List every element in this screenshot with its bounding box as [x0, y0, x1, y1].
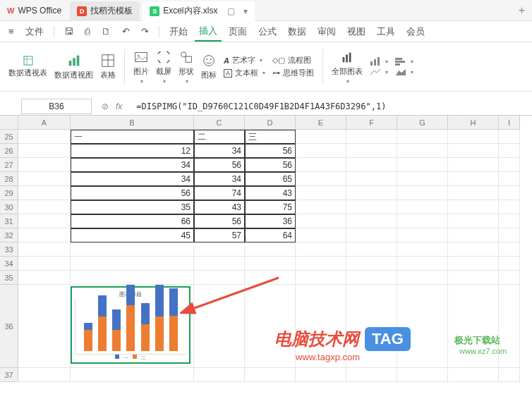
cell[interactable] — [296, 172, 346, 186]
preview-icon[interactable]: 🗋 — [97, 23, 115, 39]
column-chart-button[interactable] — [395, 57, 413, 66]
flowchart-button[interactable]: ◇▢流程图 — [272, 55, 314, 66]
row-header[interactable]: 31 — [0, 214, 18, 228]
cell[interactable] — [18, 368, 71, 382]
cell[interactable] — [18, 130, 71, 144]
undo-icon[interactable]: ↶ — [118, 23, 134, 39]
menu-file[interactable]: 文件 — [21, 23, 48, 41]
menu-data[interactable]: 数据 — [284, 23, 310, 41]
cell[interactable] — [296, 368, 346, 382]
cell[interactable]: 34 — [71, 172, 194, 186]
col-header[interactable]: D — [245, 116, 296, 130]
cell[interactable]: 75 — [245, 200, 296, 214]
cell[interactable] — [346, 186, 397, 200]
menu-formula[interactable]: 公式 — [254, 23, 281, 41]
cell[interactable] — [71, 271, 194, 285]
cell[interactable] — [194, 243, 245, 257]
cell[interactable] — [397, 257, 448, 271]
formula-input[interactable]: =DISPIMG("ID_D9760C121C0D49F1B2D4F1A43F6… — [132, 102, 532, 111]
cell[interactable] — [296, 214, 346, 228]
cell[interactable] — [499, 130, 520, 144]
cell[interactable]: 56 — [71, 186, 194, 200]
cell[interactable]: 34 — [194, 172, 245, 186]
menu-insert[interactable]: 插入 — [195, 22, 222, 42]
cell[interactable] — [397, 158, 448, 172]
cell[interactable] — [18, 186, 71, 200]
row-header[interactable]: 27 — [0, 158, 18, 172]
cell[interactable] — [194, 285, 245, 368]
picture-button[interactable]: 图片 — [131, 48, 152, 86]
cell[interactable]: 64 — [245, 228, 296, 243]
col-header[interactable]: F — [346, 116, 397, 130]
cell[interactable] — [397, 285, 448, 368]
cell[interactable] — [499, 257, 520, 271]
cell[interactable] — [296, 257, 346, 271]
tab-minimize-icon[interactable]: ▢ — [227, 6, 235, 16]
row-header[interactable]: 37 — [0, 368, 18, 382]
cell[interactable] — [448, 228, 499, 243]
cell[interactable]: 35 — [71, 200, 194, 214]
cell[interactable] — [296, 144, 346, 158]
tab-close-icon[interactable]: ▾ — [243, 6, 248, 16]
cell[interactable] — [499, 271, 520, 285]
menu-review[interactable]: 审阅 — [313, 23, 340, 41]
cell[interactable]: 电脑技术网 TAGwww.tagxp.com极光下载站www.xz7.com — [296, 285, 346, 368]
row-header[interactable]: 32 — [0, 228, 18, 243]
cell[interactable]: 74 — [194, 186, 245, 200]
cell[interactable] — [296, 130, 346, 144]
cell[interactable] — [397, 368, 448, 382]
cell[interactable] — [499, 172, 520, 186]
cell[interactable] — [448, 158, 499, 172]
cell[interactable] — [18, 228, 71, 243]
col-header[interactable]: C — [194, 116, 245, 130]
menu-member[interactable]: 会员 — [402, 23, 429, 41]
cell[interactable] — [18, 200, 71, 214]
row-header[interactable]: 26 — [0, 144, 18, 158]
cell[interactable] — [346, 228, 397, 243]
cell[interactable] — [448, 214, 499, 228]
cell[interactable] — [499, 285, 520, 368]
cell[interactable] — [18, 172, 71, 186]
shapes-button[interactable]: 形状 — [176, 48, 197, 86]
cell[interactable] — [448, 285, 499, 368]
select-all-corner[interactable] — [0, 116, 18, 130]
cell[interactable] — [397, 214, 448, 228]
cell[interactable]: 36 — [245, 214, 296, 228]
cell[interactable] — [18, 285, 71, 368]
cell[interactable] — [499, 144, 520, 158]
cell[interactable] — [18, 271, 71, 285]
cell[interactable]: 三 — [245, 130, 296, 144]
cell[interactable] — [448, 172, 499, 186]
cell[interactable] — [397, 144, 448, 158]
cell[interactable] — [296, 158, 346, 172]
mindmap-button[interactable]: ⊶思维导图 — [272, 68, 314, 78]
cell[interactable] — [346, 200, 397, 214]
cell[interactable] — [397, 271, 448, 285]
row-header[interactable]: 35 — [0, 271, 18, 285]
cell[interactable] — [245, 285, 296, 368]
cell[interactable] — [296, 186, 346, 200]
col-header[interactable]: B — [71, 116, 194, 130]
all-charts-button[interactable]: 全部图表 — [329, 48, 365, 86]
cell[interactable] — [194, 257, 245, 271]
cell[interactable]: 66 — [71, 214, 194, 228]
cell[interactable] — [346, 243, 397, 257]
menu-hamburger-icon[interactable]: ≡ — [4, 23, 18, 39]
row-header[interactable]: 25 — [0, 130, 18, 144]
cell[interactable] — [448, 368, 499, 382]
cell[interactable] — [448, 243, 499, 257]
cell[interactable] — [397, 130, 448, 144]
line-chart-button[interactable] — [370, 68, 388, 76]
cell[interactable]: 56 — [245, 158, 296, 172]
cell[interactable] — [499, 243, 520, 257]
pivot-chart-button[interactable]: 数据透视图 — [52, 51, 96, 82]
cell[interactable] — [245, 368, 296, 382]
cell[interactable] — [71, 257, 194, 271]
row-header[interactable]: 33 — [0, 243, 18, 257]
cell[interactable] — [499, 214, 520, 228]
cell[interactable]: 34 — [194, 144, 245, 158]
fx-icon[interactable]: fx — [116, 102, 122, 111]
cell[interactable] — [346, 368, 397, 382]
cell[interactable]: 34 — [71, 158, 194, 172]
cell[interactable] — [245, 243, 296, 257]
